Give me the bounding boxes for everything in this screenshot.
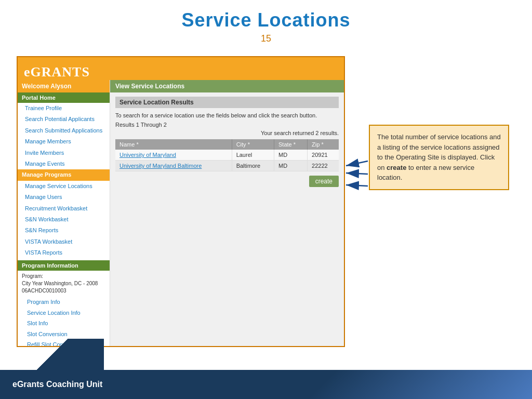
- sidebar-sub-slot-info[interactable]: Slot Info: [18, 318, 110, 329]
- annotation-bold-text: create: [387, 164, 406, 171]
- sidebar-item-manage-users[interactable]: Manage Users: [18, 192, 110, 203]
- cell-zip-1: 20921: [308, 150, 339, 161]
- create-row: create: [115, 176, 339, 187]
- content-area: Welcome Alyson Portal Home Trainee Profi…: [18, 80, 344, 346]
- search-instructions: To search for a service location use the…: [115, 112, 339, 118]
- col-header-city: City *: [232, 139, 274, 150]
- sidebar-item-manage-members[interactable]: Manage Members: [18, 136, 110, 147]
- sidebar-program-text: Program:City Year Washington, DC - 20080…: [18, 271, 110, 297]
- svg-line-1: [346, 161, 368, 166]
- sidebar-item-recruitment-workbasket[interactable]: Recruitment Workbasket: [18, 203, 110, 214]
- app-frame: eGRANTS Welcome Alyson Portal Home Train…: [17, 56, 345, 347]
- annotation-box: The total number of service locations an…: [369, 125, 509, 190]
- create-button[interactable]: create: [309, 176, 339, 187]
- search-returned: Your search returned 2 results.: [115, 130, 339, 136]
- col-header-state: State *: [274, 139, 307, 150]
- sidebar: Welcome Alyson Portal Home Trainee Profi…: [18, 80, 110, 346]
- cell-city-2: Baltimore: [232, 161, 274, 171]
- link-university-maryland[interactable]: University of Maryland: [119, 152, 176, 158]
- col-header-name: Name *: [115, 139, 232, 150]
- sidebar-portal-home: Portal Home: [18, 92, 110, 103]
- sidebar-sub-service-location-info[interactable]: Service Location Info: [18, 308, 110, 318]
- sidebar-item-trainee-profile[interactable]: Trainee Profile: [18, 103, 110, 114]
- cell-city-1: Laurel: [232, 150, 274, 161]
- bottom-bar-label: eGrants Coaching Unit: [12, 380, 102, 389]
- col-header-zip: Zip *: [308, 139, 339, 150]
- sidebar-item-manage-programs[interactable]: Manage Programs: [18, 169, 110, 180]
- sidebar-item-sn-reports[interactable]: S&N Reports: [18, 225, 110, 236]
- results-section-header: Service Location Results: [115, 97, 339, 108]
- results-count: Results 1 Through 2: [115, 122, 339, 128]
- egrants-header: eGRANTS: [18, 57, 344, 80]
- egrants-logo: eGRANTS: [24, 64, 90, 80]
- sidebar-item-sn-workbasket[interactable]: S&N Workbasket: [18, 214, 110, 225]
- bottom-bar: eGrants Coaching Unit: [0, 370, 532, 399]
- sidebar-item-manage-service-locations[interactable]: Manage Service Locations: [18, 181, 110, 192]
- sidebar-welcome: Welcome Alyson: [18, 80, 110, 92]
- sidebar-item-search-potential[interactable]: Search Potential Applicants: [18, 114, 110, 125]
- cell-state-2: MD: [274, 161, 307, 171]
- link-university-maryland-baltimore[interactable]: University of Maryland Baltimore: [119, 163, 202, 169]
- results-table: Name * City * State * Zip * University o…: [115, 139, 339, 171]
- sidebar-item-vista-workbasket[interactable]: VISTA Workbasket: [18, 236, 110, 247]
- sidebar-sub-program-info[interactable]: Program Info: [18, 297, 110, 308]
- main-content: View Service Locations Service Location …: [110, 80, 344, 346]
- svg-line-2: [346, 173, 368, 174]
- sidebar-item-invite-members[interactable]: Invite Members: [18, 148, 110, 158]
- svg-line-3: [346, 185, 368, 186]
- table-row: University of Maryland Baltimore Baltimo…: [115, 161, 339, 171]
- cell-name-2: University of Maryland Baltimore: [115, 161, 232, 171]
- main-header: View Service Locations: [110, 80, 344, 92]
- sidebar-sub-slot-conversion[interactable]: Slot Conversion: [18, 329, 110, 340]
- cell-name-1: University of Maryland: [115, 150, 232, 161]
- table-row: University of Maryland Laurel MD 20921: [115, 150, 339, 161]
- sidebar-item-vista-reports[interactable]: VISTA Reports: [18, 247, 110, 258]
- sidebar-sub-refill-slot-conversion[interactable]: Refill Slot Conversion: [18, 339, 110, 346]
- sidebar-program-information: Program Information: [18, 260, 110, 271]
- page-subtitle: 15: [0, 33, 532, 44]
- cell-zip-2: 22222: [308, 161, 339, 171]
- sidebar-item-search-submitted[interactable]: Search Submitted Applications: [18, 125, 110, 136]
- main-body: Service Location Results To search for a…: [110, 92, 344, 346]
- cell-state-1: MD: [274, 150, 307, 161]
- sidebar-item-manage-events[interactable]: Manage Events: [18, 158, 110, 169]
- page-title: Service Locations: [0, 0, 532, 33]
